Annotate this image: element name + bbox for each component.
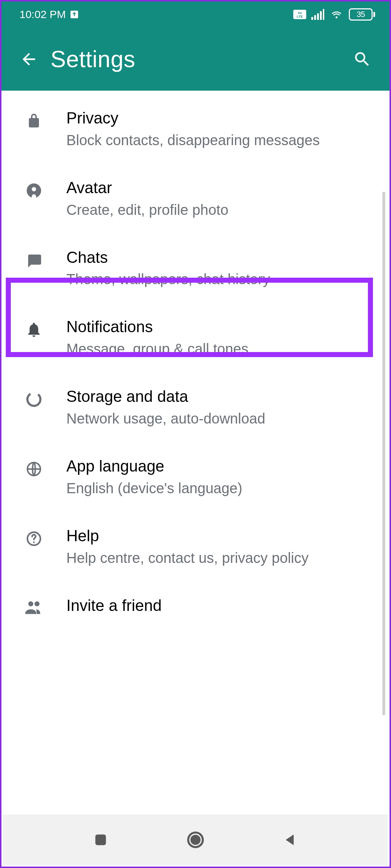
nav-recent-button[interactable] <box>88 827 113 852</box>
svg-rect-7 <box>320 11 322 20</box>
avatar-icon <box>25 182 43 199</box>
signal-icon <box>311 9 324 20</box>
item-subtitle: Message, group & call tones <box>66 339 372 358</box>
item-title: Notifications <box>66 317 372 337</box>
triangle-back-icon <box>282 832 298 848</box>
settings-item-chats[interactable]: Chats Theme, wallpapers, chat history <box>3 234 388 303</box>
svg-rect-15 <box>96 834 106 845</box>
svg-point-14 <box>35 601 40 606</box>
item-subtitle: Help centre, contact us, privacy policy <box>66 548 372 567</box>
item-title: App language <box>66 457 372 476</box>
globe-icon <box>25 460 43 478</box>
svg-point-13 <box>28 601 33 606</box>
nav-home-button[interactable] <box>183 827 208 852</box>
settings-item-storage[interactable]: Storage and data Network usage, auto-dow… <box>3 373 388 442</box>
volte-icon: VoLTE <box>293 10 306 19</box>
system-nav-bar <box>3 815 388 865</box>
item-subtitle: English (device's language) <box>66 479 372 498</box>
arrow-back-icon <box>19 50 38 69</box>
item-title: Storage and data <box>66 387 372 406</box>
item-title: Chats <box>66 248 372 267</box>
svg-rect-4 <box>311 17 313 20</box>
item-title: Help <box>66 526 372 546</box>
settings-item-privacy[interactable]: Privacy Block contacts, disappearing mes… <box>3 94 388 164</box>
circle-icon <box>186 830 205 850</box>
help-icon <box>25 530 43 547</box>
square-icon <box>93 832 109 848</box>
item-subtitle: Theme, wallpapers, chat history <box>66 270 372 288</box>
svg-rect-6 <box>317 13 319 20</box>
wifi-icon <box>329 9 344 20</box>
svg-text:LTE: LTE <box>297 15 303 18</box>
item-subtitle: Network usage, auto-download <box>66 409 372 428</box>
settings-item-help[interactable]: Help Help centre, contact us, privacy po… <box>3 512 388 582</box>
back-button[interactable] <box>16 46 42 72</box>
svg-point-17 <box>192 836 200 844</box>
page-title: Settings <box>50 46 135 73</box>
settings-list[interactable]: Privacy Block contacts, disappearing mes… <box>3 91 388 619</box>
item-title: Invite a friend <box>66 596 372 615</box>
svg-point-9 <box>25 391 43 408</box>
search-icon <box>353 50 372 69</box>
svg-point-12 <box>33 541 35 543</box>
chat-icon <box>25 252 43 269</box>
status-bar: 10:02 PM VoLTE 35 <box>1 1 390 27</box>
item-subtitle: Block contacts, disappearing messages <box>66 131 372 149</box>
settings-item-invite[interactable]: Invite a friend <box>3 582 388 619</box>
settings-item-language[interactable]: App language English (device's language) <box>3 442 388 512</box>
svg-rect-5 <box>314 15 316 20</box>
settings-item-avatar[interactable]: Avatar Create, edit, profile photo <box>3 164 388 234</box>
svg-text:Vo: Vo <box>298 11 302 15</box>
scroll-indicator <box>382 192 385 715</box>
item-title: Avatar <box>66 178 372 198</box>
bell-icon <box>25 321 43 338</box>
item-subtitle: Create, edit, profile photo <box>66 200 372 219</box>
lock-icon <box>25 112 43 130</box>
settings-list-container: Privacy Block contacts, disappearing mes… <box>3 91 388 813</box>
data-usage-icon <box>25 391 43 408</box>
svg-rect-8 <box>323 9 324 20</box>
upload-indicator-icon <box>69 9 79 19</box>
people-icon <box>25 600 43 614</box>
settings-item-notifications[interactable]: Notifications Message, group & call tone… <box>3 303 388 373</box>
item-title: Privacy <box>66 109 372 128</box>
battery-indicator: 35 <box>349 8 375 21</box>
app-bar: Settings <box>1 27 390 91</box>
search-button[interactable] <box>349 46 375 72</box>
status-time: 10:02 PM <box>19 8 66 21</box>
nav-back-button[interactable] <box>278 827 303 852</box>
